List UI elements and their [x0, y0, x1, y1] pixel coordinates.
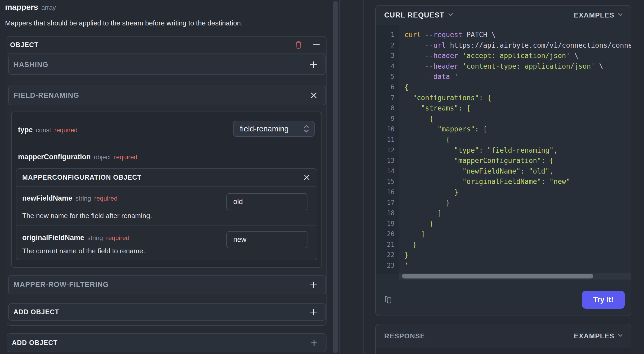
code-line: 7 "configurations": {: [376, 93, 631, 103]
trash-icon[interactable]: [295, 41, 302, 49]
examples-dropdown[interactable]: EXAMPLES: [574, 332, 623, 340]
section-mapper-row-filtering[interactable]: MAPPER-ROW-FILTERING: [8, 275, 326, 294]
line-number: 17: [376, 198, 399, 208]
code-text: --header 'content-type: application/json…: [399, 61, 603, 72]
code-line: 15 "originalFieldName": "new": [376, 176, 631, 187]
object-card-title: OBJECT: [10, 41, 38, 49]
line-number: 13: [376, 156, 399, 166]
line-number: 20: [376, 229, 399, 240]
line-number: 21: [376, 240, 399, 250]
new-field-name-input[interactable]: old: [226, 193, 307, 210]
object-card-header: OBJECT: [7, 37, 326, 54]
code-text: "type": "field-renaming",: [399, 145, 558, 156]
code-line: 2 --url https://api.airbyte.com/v1/conne…: [376, 40, 631, 51]
code-text: "configurations": {: [399, 93, 491, 103]
new-field-name-row: newFieldName string required: [22, 194, 118, 202]
section-hashing[interactable]: HASHING: [8, 55, 326, 75]
code-text: --url https://api.airbyte.com/v1/connect…: [399, 40, 631, 51]
property-kind: const: [36, 126, 51, 134]
code-line: 18 ]: [376, 208, 631, 219]
type-select-value: field-renaming: [240, 125, 303, 133]
code-line: 19 }: [376, 219, 631, 229]
add-object-label: ADD OBJECT: [12, 339, 58, 347]
section-field-renaming-label: FIELD-RENAMING: [14, 91, 79, 100]
property-kind: string: [87, 234, 103, 242]
horizontal-scrollbar-track[interactable]: [399, 273, 631, 280]
code-line: 23': [376, 260, 631, 271]
code-text: curl --request PATCH \: [399, 30, 495, 40]
code-line: 8 "streams": [: [376, 103, 631, 114]
line-number: 23: [376, 260, 399, 271]
required-badge: required: [114, 153, 137, 161]
code-line: 20 ]: [376, 229, 631, 240]
line-number: 19: [376, 219, 399, 229]
property-name: newFieldName: [22, 194, 72, 202]
line-number: 5: [376, 72, 399, 82]
plus-icon[interactable]: [310, 281, 317, 288]
vertical-scrollbar[interactable]: [333, 1, 338, 353]
type-property-row: type const required: [18, 126, 78, 134]
code-line: 10 "mappers": [: [376, 124, 631, 135]
line-number: 3: [376, 51, 399, 61]
original-field-name-input[interactable]: new: [226, 231, 307, 248]
examples-label: EXAMPLES: [574, 332, 614, 340]
code-text: }: [399, 219, 433, 229]
close-icon[interactable]: [311, 92, 317, 99]
line-number: 8: [376, 103, 399, 114]
response-panel: RESPONSE EXAMPLES: [375, 324, 631, 354]
chevron-down-icon: [618, 334, 623, 338]
mapper-configuration-card-title: MAPPERCONFIGURATION OBJECT: [22, 174, 142, 181]
examples-dropdown[interactable]: EXAMPLES: [574, 11, 623, 19]
copy-icon[interactable]: [382, 294, 394, 306]
code-text: "streams": [: [399, 103, 471, 114]
line-number: 7: [376, 93, 399, 103]
property-description: The new name for the field after renamin…: [22, 212, 152, 220]
code-line: 21 }: [376, 240, 631, 250]
line-number: 1: [376, 30, 399, 40]
code-text: "originalFieldName": "new": [399, 176, 570, 187]
line-number: 4: [376, 61, 399, 72]
section-hashing-label: HASHING: [14, 61, 48, 69]
line-number: 22: [376, 250, 399, 260]
close-icon[interactable]: [304, 174, 310, 180]
add-object-button[interactable]: ADD OBJECT: [8, 303, 326, 321]
field-title: mappers: [5, 3, 38, 12]
type-select[interactable]: field-renaming: [233, 121, 315, 137]
code-text: "newFieldName": "old",: [399, 166, 554, 177]
add-object-outer-button[interactable]: ADD OBJECT: [7, 333, 327, 352]
mapper-configuration-row: mapperConfiguration object required: [18, 153, 137, 161]
code-line: 1curl --request PATCH \: [376, 30, 631, 40]
code-text: }: [399, 240, 417, 250]
section-field-renaming[interactable]: FIELD-RENAMING: [8, 86, 326, 105]
curl-request-panel: CURL REQUEST EXAMPLES 1curl --request PA…: [375, 5, 631, 316]
response-header: RESPONSE EXAMPLES: [376, 324, 631, 348]
line-number: 6: [376, 82, 399, 93]
response-title: RESPONSE: [384, 332, 425, 340]
code-text: }: [399, 250, 409, 260]
code-line: 5 --data ': [376, 72, 631, 82]
code-text: ]: [399, 208, 442, 219]
examples-label: EXAMPLES: [574, 11, 614, 19]
plus-icon[interactable]: [310, 309, 317, 316]
code-lines: 1curl --request PATCH \2 --url https://a…: [376, 30, 631, 271]
code-line: 22}: [376, 250, 631, 260]
code-text: --header 'accept: application/json' \: [399, 51, 578, 61]
mapper-configuration-card-header: MAPPERCONFIGURATION OBJECT: [16, 169, 317, 187]
plus-icon[interactable]: [310, 61, 317, 68]
required-badge: required: [106, 234, 129, 242]
collapse-minus-icon[interactable]: [313, 44, 320, 46]
code-text: }: [399, 198, 450, 208]
code-text: {: [399, 135, 450, 145]
line-number: 16: [376, 187, 399, 198]
plus-icon[interactable]: [311, 339, 317, 346]
horizontal-scrollbar-thumb[interactable]: [402, 274, 593, 278]
property-name: mapperConfiguration: [18, 153, 91, 161]
field-renaming-body: type const required field-renaming mappe…: [11, 112, 322, 268]
chevron-down-icon[interactable]: [448, 13, 453, 17]
line-number: 10: [376, 124, 399, 135]
line-number: 18: [376, 208, 399, 219]
code-text: ': [399, 260, 409, 271]
try-it-button[interactable]: Try It!: [582, 291, 625, 309]
field-description: Mappers that should be applied to the st…: [5, 19, 243, 27]
code-line: 17 }: [376, 198, 631, 208]
